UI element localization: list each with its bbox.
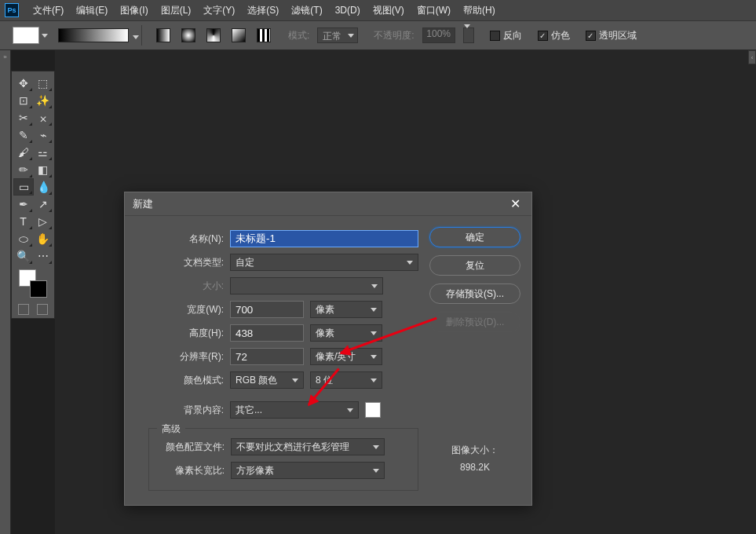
gradient-preview[interactable] <box>58 28 129 42</box>
menu-view[interactable]: 视图(V) <box>367 0 411 20</box>
tool-10-0[interactable]: 🔍 <box>13 247 33 265</box>
width-label: 宽度(W): <box>128 303 230 316</box>
profile-label: 颜色配置文件: <box>149 441 231 454</box>
ok-button[interactable]: 确定 <box>429 227 520 247</box>
background-label: 背景内容: <box>128 404 230 417</box>
tool-3-0[interactable]: ✎ <box>13 126 33 144</box>
gradient-linear-icon[interactable] <box>156 28 170 42</box>
image-size-info: 图像大小： 898.2K <box>429 442 520 476</box>
toolbox: ✥⬚⊡✨✂⨉✎⌁🖌⚍✏◧▭💧✒↗T▷⬭✋🔍⋯ <box>11 71 55 319</box>
new-document-dialog: 新建 ✕ 名称(N): 文档类型: 自定 大小: 宽度(W): 像素 高度(H <box>124 192 532 506</box>
tool-0-1[interactable]: ⬚ <box>33 75 53 92</box>
bitdepth-select[interactable]: 8 位 <box>310 371 382 389</box>
reverse-checkbox[interactable]: 反向 <box>490 29 522 42</box>
reset-button[interactable]: 复位 <box>429 255 520 276</box>
screenmode-icon[interactable] <box>37 304 48 315</box>
advanced-label: 高级 <box>157 422 185 436</box>
tool-0-0[interactable]: ✥ <box>13 75 33 92</box>
preset-label: 文档类型: <box>128 256 230 269</box>
menu-window[interactable]: 窗口(W) <box>411 0 457 20</box>
advanced-group: 高级 颜色配置文件: 不要对此文档进行色彩管理 像素长宽比: 方形像素 <box>148 428 418 491</box>
menu-type[interactable]: 文字(Y) <box>197 0 241 20</box>
resolution-input[interactable] <box>230 348 304 365</box>
tool-8-0[interactable]: T <box>13 213 33 230</box>
height-unit-select[interactable]: 像素 <box>310 324 382 342</box>
quickmask-icon[interactable] <box>18 304 29 315</box>
app-logo: Ps <box>5 3 19 17</box>
menu-help[interactable]: 帮助(H) <box>457 0 502 20</box>
gradient-radial-icon[interactable] <box>181 28 195 42</box>
colormode-label: 颜色模式: <box>128 374 230 387</box>
gradient-reflected-icon[interactable] <box>232 28 246 42</box>
opacity-dropdown[interactable] <box>463 27 474 43</box>
mode-select[interactable]: 正常 <box>317 27 358 43</box>
tool-1-1[interactable]: ✨ <box>33 92 53 109</box>
profile-select[interactable]: 不要对此文档进行色彩管理 <box>231 438 385 455</box>
tool-6-1[interactable]: 💧 <box>34 178 53 196</box>
gradient-angle-icon[interactable] <box>206 28 221 42</box>
background-swatch[interactable] <box>365 402 381 418</box>
height-label: 高度(H): <box>128 327 230 340</box>
tool-4-0[interactable]: 🖌 <box>13 144 33 161</box>
tool-3-1[interactable]: ⌁ <box>33 126 53 144</box>
dither-checkbox[interactable]: 仿色 <box>538 29 570 42</box>
delete-preset-button: 删除预设(D)... <box>429 312 520 332</box>
gradient-diamond-icon[interactable] <box>257 28 271 42</box>
tool-4-1[interactable]: ⚍ <box>33 144 53 161</box>
menu-bar: Ps 文件(F) 编辑(E) 图像(I) 图层(L) 文字(Y) 选择(S) 滤… <box>0 0 756 20</box>
transparency-checkbox[interactable]: 透明区域 <box>586 29 637 42</box>
background-color[interactable] <box>30 280 47 298</box>
menu-edit[interactable]: 编辑(E) <box>70 0 114 20</box>
pixelaspect-label: 像素长宽比: <box>149 464 231 477</box>
save-preset-button[interactable]: 存储预设(S)... <box>429 283 520 304</box>
close-icon[interactable]: ✕ <box>506 196 524 213</box>
resolution-label: 分辨率(R): <box>128 350 230 364</box>
opacity-input[interactable]: 100% <box>422 27 455 43</box>
size-label: 大小: <box>128 280 230 293</box>
tool-5-1[interactable]: ◧ <box>33 161 53 178</box>
separator <box>141 25 142 46</box>
colormode-select[interactable]: RGB 颜色 <box>230 371 304 389</box>
tool-2-0[interactable]: ✂ <box>13 109 33 126</box>
tool-1-0[interactable]: ⊡ <box>13 92 33 109</box>
left-dock-strip: » <box>0 50 11 534</box>
dialog-title: 新建 <box>133 197 153 211</box>
height-input[interactable] <box>230 324 304 342</box>
tool-2-1[interactable]: ⨉ <box>33 109 53 126</box>
tool-9-0[interactable]: ⬭ <box>13 230 33 247</box>
name-label: 名称(N): <box>128 232 230 246</box>
right-dock-toggle[interactable]: ‹ <box>748 50 756 64</box>
size-select <box>230 277 383 294</box>
menu-3d[interactable]: 3D(D) <box>329 0 367 20</box>
tool-7-0[interactable]: ✒ <box>13 196 33 213</box>
tool-6-0[interactable]: ▭ <box>13 178 34 196</box>
width-input[interactable] <box>230 301 304 318</box>
tool-9-1[interactable]: ✋ <box>33 230 53 247</box>
options-bar: 模式: 正常 不透明度: 100% 反向 仿色 透明区域 <box>0 20 756 50</box>
dialog-titlebar[interactable]: 新建 ✕ <box>125 192 531 216</box>
tool-10-1[interactable]: ⋯ <box>33 247 53 265</box>
tool-8-1[interactable]: ▷ <box>33 213 53 230</box>
background-select[interactable]: 其它... <box>230 401 359 419</box>
tool-7-1[interactable]: ↗ <box>33 196 53 213</box>
menu-layer[interactable]: 图层(L) <box>155 0 198 20</box>
menu-select[interactable]: 选择(S) <box>241 0 285 20</box>
tool-preset-picker[interactable] <box>13 27 39 44</box>
pixelaspect-select[interactable]: 方形像素 <box>231 462 385 479</box>
tool-5-0[interactable]: ✏ <box>13 161 33 178</box>
mode-label: 模式: <box>288 29 309 42</box>
menu-filter[interactable]: 滤镜(T) <box>285 0 328 20</box>
preset-select[interactable]: 自定 <box>230 254 418 271</box>
width-unit-select[interactable]: 像素 <box>310 301 382 318</box>
menu-image[interactable]: 图像(I) <box>114 0 154 20</box>
name-input[interactable] <box>230 230 418 247</box>
opacity-label: 不透明度: <box>374 29 414 42</box>
menu-file[interactable]: 文件(F) <box>27 0 70 20</box>
